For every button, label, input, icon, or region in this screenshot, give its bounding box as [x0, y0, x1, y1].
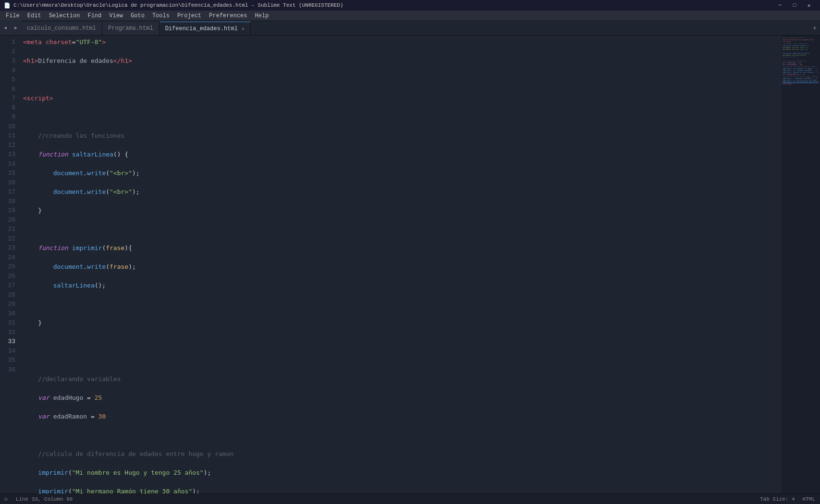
code-line-25: imprimir("Mi hermano Ramón tiene 30 años… [23, 487, 782, 493]
line-num-4: 4 [0, 66, 15, 75]
editor-container: 1 2 3 4 5 6 7 8 9 10 11 12 13 14 15 16 1… [0, 36, 820, 493]
line-num-8: 8 [0, 103, 15, 113]
line-numbers: 1 2 3 4 5 6 7 8 9 10 11 12 13 14 15 16 1… [0, 36, 19, 493]
tab-size: Tab Size: 4 [760, 496, 795, 502]
tab-calculo-consumo[interactable]: calculo_consumo.html [21, 22, 102, 35]
code-line-7: function saltarLinea() { [23, 150, 782, 159]
code-line-20: var edadHugo = 25 [23, 393, 782, 403]
cursor-indicator-icon: ▷ [5, 496, 8, 502]
code-line-16: } [23, 318, 782, 328]
code-line-21: var edadRamon = 30 [23, 412, 782, 421]
line-num-10: 10 [0, 122, 15, 132]
menu-edit[interactable]: Edit [24, 11, 45, 21]
line-num-6: 6 [0, 84, 15, 94]
titlebar-left: 📄 C:\Users\Hmora\Desktop\Oracle\Logica d… [4, 2, 343, 9]
tab-label: Difeencia_edades.html [165, 25, 238, 32]
code-line-4: <script> [23, 94, 782, 103]
code-line-13: document.write(frase); [23, 262, 782, 272]
line-num-24: 24 [0, 253, 15, 263]
close-button[interactable]: ✕ [802, 0, 816, 11]
titlebar-icon: 📄 [4, 2, 11, 9]
line-num-21: 21 [0, 225, 15, 234]
titlebar-title: C:\Users\Hmora\Desktop\Oracle\Logica de … [13, 2, 343, 8]
code-line-22 [23, 431, 782, 440]
line-num-20: 20 [0, 216, 15, 225]
tab-label: calculo_consumo.html [27, 25, 96, 32]
line-num-2: 2 [0, 47, 15, 57]
line-num-31: 31 [0, 318, 15, 328]
line-num-14: 14 [0, 159, 15, 169]
statusbar-left: ▷ Line 33, Column 86 [5, 496, 73, 502]
menu-preferences[interactable]: Preferences [205, 11, 251, 21]
code-line-8: document.write("<br>"); [23, 168, 782, 178]
line-num-3: 3 [0, 56, 15, 66]
line-num-15: 15 [0, 168, 15, 178]
menu-file[interactable]: File [2, 11, 24, 21]
line-num-18: 18 [0, 197, 15, 206]
line-num-5: 5 [0, 75, 15, 84]
line-num-25: 25 [0, 262, 15, 272]
menu-selection[interactable]: Selection [45, 11, 84, 21]
line-num-11: 11 [0, 131, 15, 141]
line-num-9: 9 [0, 112, 15, 122]
line-num-34: 34 [0, 347, 15, 356]
tab-nav-next[interactable]: ▶ [11, 21, 21, 35]
line-num-32: 32 [0, 328, 15, 337]
code-line-23: //calculo de diferencia de edades entre … [23, 449, 782, 459]
line-num-35: 35 [0, 356, 15, 365]
code-line-6: //creando las funciones [23, 131, 782, 141]
code-line-12: function imprimir(frase){ [23, 243, 782, 253]
tab-label: Programa.html [108, 25, 153, 32]
line-num-17: 17 [0, 187, 15, 197]
line-num-13: 13 [0, 150, 15, 159]
line-num-1: 1 [0, 37, 15, 47]
tabsbar: ◀ ▶ calculo_consumo.html Programa.html D… [0, 21, 820, 36]
line-num-16: 16 [0, 178, 15, 188]
code-block: <meta charset="UTF-8"> <h1>Diferencia de… [23, 37, 782, 493]
code-line-9: document.write("<br>"); [23, 187, 782, 197]
titlebar-controls: ─ □ ✕ [773, 0, 816, 11]
tab-difeencia-edades[interactable]: Difeencia_edades.html ✕ [159, 22, 251, 35]
minimize-button[interactable]: ─ [773, 0, 787, 11]
line-num-30: 30 [0, 309, 15, 319]
code-line-3 [23, 75, 782, 84]
code-line-18 [23, 356, 782, 365]
menu-goto[interactable]: Goto [127, 11, 148, 21]
statusbar-right: Tab Size: 4 HTML [760, 496, 815, 502]
line-num-26: 26 [0, 272, 15, 281]
menu-help[interactable]: Help [251, 11, 273, 21]
tab-programa[interactable]: Programa.html [102, 22, 159, 35]
maximize-button[interactable]: □ [787, 0, 802, 11]
code-line-1: <meta charset="UTF-8"> [23, 37, 782, 47]
line-num-33: 33 [0, 337, 15, 347]
code-line-5 [23, 112, 782, 122]
line-num-19: 19 [0, 206, 15, 216]
code-line-15 [23, 300, 782, 309]
line-num-36: 36 [0, 365, 15, 375]
titlebar: 📄 C:\Users\Hmora\Desktop\Oracle\Logica d… [0, 0, 820, 11]
menu-view[interactable]: View [105, 11, 127, 21]
cursor-position: Line 33, Column 86 [16, 496, 73, 502]
code-line-10: } [23, 206, 782, 216]
line-num-22: 22 [0, 234, 15, 244]
line-num-29: 29 [0, 300, 15, 309]
menu-tools[interactable]: Tools [148, 11, 173, 21]
tab-add-button[interactable]: + [809, 22, 820, 35]
code-line-17 [23, 337, 782, 347]
statusbar: ▷ Line 33, Column 86 Tab Size: 4 HTML [0, 493, 820, 504]
code-line-19: //declarando variables [23, 374, 782, 384]
tab-nav-prev[interactable]: ◀ [0, 21, 11, 35]
tab-close-icon[interactable]: ✕ [242, 26, 245, 32]
code-line-14: saltarLinea(); [23, 281, 782, 290]
menubar: File Edit Selection Find View Goto Tools… [0, 11, 820, 21]
line-num-28: 28 [0, 290, 15, 300]
menu-find[interactable]: Find [84, 11, 105, 21]
code-line-11 [23, 225, 782, 234]
minimap-content: <meta charset=UTF-8> <h1>Diferencia de e… [782, 36, 820, 87]
line-num-27: 27 [0, 281, 15, 290]
code-area[interactable]: <meta charset="UTF-8"> <h1>Diferencia de… [19, 36, 782, 493]
minimap: <meta charset=UTF-8> <h1>Diferencia de e… [782, 36, 820, 493]
code-line-2: <h1>Diferencia de edades</h1> [23, 56, 782, 66]
menu-project[interactable]: Project [173, 11, 205, 21]
line-num-12: 12 [0, 141, 15, 150]
